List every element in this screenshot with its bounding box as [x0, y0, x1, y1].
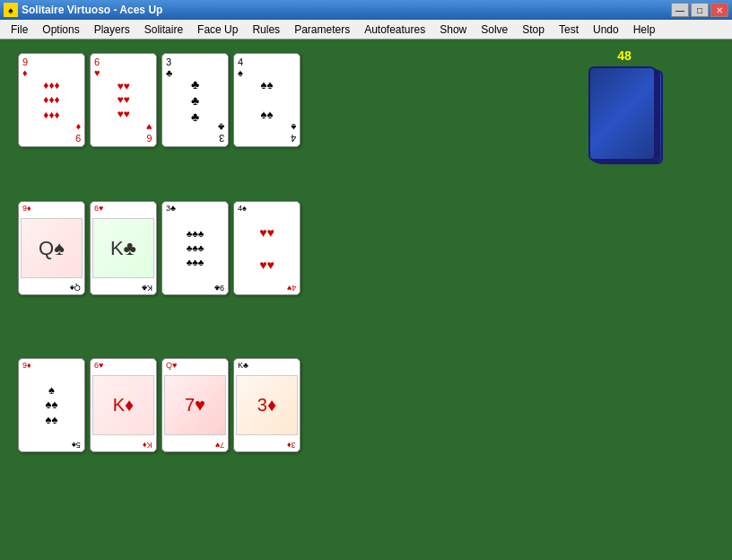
card-face: 7♥ — [164, 375, 226, 435]
card-pips: ♠♠♠♠♠ — [46, 382, 58, 428]
menu-bar: File Options Players Solitaire Face Up R… — [0, 20, 732, 39]
card-rank-bottom: 9♣ — [214, 283, 224, 292]
card-rank-bottom: 4♠ — [291, 122, 296, 144]
title-bar-left: ♠ Solitaire Virtuoso - Aces Up — [4, 3, 162, 17]
card-pips: ♦♦♦♦♦♦♦♦♦ — [43, 77, 59, 122]
card-kd-r3[interactable]: 6♥ K♦ K♦ — [90, 358, 157, 452]
close-button[interactable]: ✕ — [710, 3, 728, 17]
card-rank-top: 6♥ — [94, 57, 100, 78]
card-rank-bottom: 5♠ — [72, 440, 81, 449]
menu-faceup[interactable]: Face Up — [190, 20, 245, 39]
card-9c-r2[interactable]: 3♣ ♣♣♣♣♣♣♣♣♣ 9♣ — [161, 201, 229, 295]
card-rank-top: 9♦ — [22, 57, 28, 78]
menu-test[interactable]: Test — [552, 20, 586, 39]
menu-show[interactable]: Show — [432, 20, 474, 39]
menu-solve[interactable]: Solve — [474, 20, 515, 39]
menu-rules[interactable]: Rules — [245, 20, 287, 39]
title-bar-controls: — □ ✕ — [671, 3, 728, 17]
card-rank-bottom: 7♥ — [215, 440, 224, 449]
card-rank-top: Q♥ — [166, 362, 177, 371]
menu-players[interactable]: Players — [87, 20, 137, 39]
card-rank-bottom: K♦ — [143, 440, 152, 449]
deck-stack[interactable] — [588, 66, 660, 165]
card-rank-bottom: 6♥ — [146, 122, 152, 144]
app-icon: ♠ — [4, 3, 18, 17]
card-rank-top: 4♠ — [238, 57, 243, 78]
card-pips: ♥♥♥♥ — [259, 223, 274, 273]
card-rank-top: 3♣ — [166, 57, 172, 78]
menu-undo[interactable]: Undo — [586, 20, 626, 39]
menu-stop[interactable]: Stop — [515, 20, 552, 39]
card-rank-bottom: Q♠ — [70, 283, 81, 292]
card-9d-r1[interactable]: 9♦ ♦♦♦♦♦♦♦♦♦ 9♦ — [18, 53, 85, 147]
card-rank-top: 9♦ — [22, 205, 31, 214]
card-rank-top: 4♠ — [238, 205, 247, 214]
card-face: Q♠ — [21, 218, 83, 278]
menu-file[interactable]: File — [4, 20, 35, 39]
card-rank-top: 6♥ — [94, 205, 103, 214]
minimize-button[interactable]: — — [671, 3, 689, 17]
maximize-button[interactable]: □ — [691, 3, 709, 17]
menu-solitaire[interactable]: Solitaire — [137, 20, 190, 39]
card-rank-top: K♣ — [238, 362, 248, 371]
card-5s-r3[interactable]: 9♦ ♠♠♠♠♠ 5♠ — [18, 358, 85, 452]
card-rank-bottom: 9♦ — [75, 122, 81, 144]
card-7h-r3[interactable]: Q♥ 7♥ 7♥ — [161, 358, 229, 452]
menu-help[interactable]: Help — [626, 20, 663, 39]
card-rank-top: 6♥ — [94, 362, 103, 371]
card-rank-bottom: 3♦ — [287, 440, 296, 449]
title-bar: ♠ Solitaire Virtuoso - Aces Up — □ ✕ — [0, 0, 732, 20]
card-pips: ♥♥♥♥♥♥ — [117, 79, 129, 121]
card-face: 3♦ — [236, 375, 298, 435]
card-rank-bottom: K♣ — [142, 283, 152, 292]
card-qs-r2[interactable]: 9♦ Q♠ Q♠ — [18, 201, 85, 295]
card-rank-bottom: 3♣ — [218, 122, 224, 144]
card-pips: ♣♣♣♣♣♣♣♣♣ — [187, 227, 205, 270]
card-face: K♣ — [92, 218, 154, 278]
card-pips: ♠♠♠♠ — [261, 77, 274, 123]
card-3d-r3[interactable]: K♣ 3♦ 3♦ — [233, 358, 301, 452]
card-kc-r2[interactable]: 6♥ K♣ K♣ — [90, 201, 157, 295]
menu-autofeatures[interactable]: Autofeatures — [357, 20, 432, 39]
card-rank-bottom: 4♥ — [287, 283, 296, 292]
card-3c-r1[interactable]: 3♣ ♣♣♣ 3♣ — [161, 53, 229, 147]
title-bar-title: Solitaire Virtuoso - Aces Up — [22, 4, 162, 16]
menu-options[interactable]: Options — [35, 20, 86, 39]
deck-count: 48 — [617, 48, 632, 63]
menu-parameters[interactable]: Parameters — [287, 20, 357, 39]
card-6h-r1[interactable]: 6♥ ♥♥♥♥♥♥ 6♥ — [90, 53, 157, 147]
deck-area[interactable]: 48 — [588, 48, 660, 165]
game-area: 48 9♦ ♦♦♦♦♦♦♦♦♦ 9♦ 6♥ ♥♥♥♥♥♥ 6♥ 3♣ ♣♣♣ 3… — [0, 39, 732, 560]
card-4s-r1[interactable]: 4♠ ♠♠♠♠ 4♠ — [233, 53, 301, 147]
deck-card-front — [588, 66, 656, 161]
card-rank-top: 3♣ — [166, 205, 176, 214]
card-pips: ♣♣♣ — [191, 75, 199, 125]
card-face: K♦ — [92, 375, 154, 435]
card-rank-top: 9♦ — [22, 362, 31, 371]
card-4h-r2[interactable]: 4♠ ♥♥♥♥ 4♥ — [233, 201, 301, 295]
